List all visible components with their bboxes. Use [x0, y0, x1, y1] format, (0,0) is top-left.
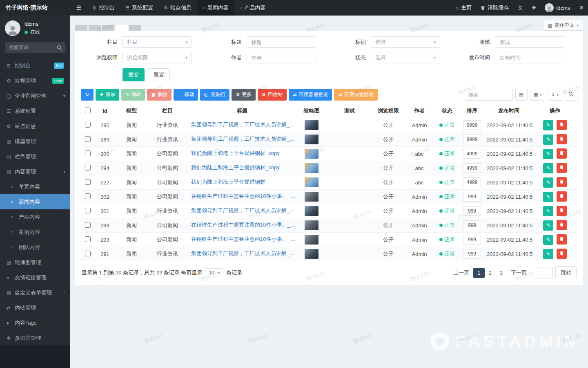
edit-row-button[interactable]: ✎ — [543, 249, 553, 259]
row-checkbox[interactable] — [85, 236, 91, 242]
title-link[interactable]: 集团领导到工厂视察，工厂技术人员讲解_copy — [189, 250, 296, 257]
pagination-page-1[interactable]: 1 — [473, 268, 484, 278]
delete-row-button[interactable] — [557, 177, 567, 187]
title-link[interactable]: 在钢铁生产过程中需要注意的10件小事。_copy — [189, 236, 296, 243]
columns-dropdown-button[interactable]: ▦▾ — [530, 89, 545, 101]
brand-title[interactable]: 竹子网络-演示站 — [0, 0, 70, 16]
row-checkbox[interactable] — [85, 208, 91, 213]
filter-input-title[interactable] — [247, 36, 316, 48]
clear-cache-link[interactable]: 清除缓存 — [476, 0, 513, 16]
sort-input[interactable] — [463, 177, 481, 187]
sort-input[interactable] — [463, 235, 481, 245]
filter-select-permission[interactable]: 浏览权限 ▾ — [122, 52, 192, 63]
row-checkbox[interactable] — [85, 122, 91, 128]
sort-input[interactable] — [463, 220, 481, 230]
refresh-button[interactable]: ↻ — [81, 89, 94, 101]
title-link[interactable]: 我们为陆上和海上平台提供钢材_copy — [189, 150, 280, 157]
topbar-tab[interactable]: ⊞ 控制台 — [87, 0, 120, 16]
category-tab[interactable] — [89, 25, 101, 31]
delete-button[interactable]: 删除 — [147, 89, 172, 101]
sidebar-menu-item[interactable]: ▢ 企业官网管理 ▾ — [0, 88, 70, 103]
copy-row-button[interactable]: 复制行 — [200, 89, 229, 101]
topbar-tab[interactable]: ○ 新闻内容 — [197, 0, 234, 16]
reset-button[interactable]: 重置 — [148, 68, 170, 81]
edit-button[interactable]: ✎ 编辑 — [121, 89, 145, 101]
sort-input[interactable] — [463, 149, 481, 159]
jump-page-input[interactable] — [536, 267, 553, 278]
sidebar-menu-item[interactable]: ▤ 内容管理 ▾ — [0, 164, 70, 179]
delete-row-button[interactable] — [557, 148, 567, 159]
title-link[interactable]: 集团领导到工厂视察，工厂技术人员讲解_copy_copy — [189, 207, 296, 214]
topbar-tab[interactable]: ○ 产品内容 — [234, 0, 271, 16]
sort-input[interactable] — [463, 249, 481, 259]
thumbnail-image[interactable] — [305, 249, 318, 259]
fullscreen-button[interactable]: ✥ — [527, 0, 540, 16]
edit-row-button[interactable]: ✎ — [543, 206, 553, 216]
home-link[interactable]: ⌂ 主页 — [451, 0, 476, 16]
sidebar-menu-item[interactable]: ○ 产品内容 — [0, 209, 70, 224]
sidebar-menu-item[interactable]: ⚙ 常规管理 new — [0, 73, 70, 88]
category-tab[interactable] — [116, 25, 128, 31]
sort-input[interactable] — [463, 120, 481, 130]
title-link[interactable]: 我们为陆上和海上平台提供钢材_copy — [189, 164, 280, 171]
edit-row-button[interactable]: ✎ — [543, 220, 553, 231]
delete-row-button[interactable] — [557, 249, 567, 259]
thumbnail-image[interactable] — [305, 177, 318, 187]
filter-select-category[interactable]: 栏目 ▾ — [122, 36, 192, 48]
title-link[interactable]: 我们为陆上和海上平台提供钢材 — [189, 178, 265, 186]
sort-input[interactable] — [463, 163, 481, 173]
more-button[interactable]: ⚙ 更多 — [232, 89, 256, 101]
sidebar-menu-item[interactable]: ○ 案例内容 — [0, 224, 70, 240]
title-link[interactable]: 在钢铁生产过程中需要注意的10件小事。_copy_copy — [189, 193, 296, 200]
move-button[interactable]: → 移动 — [174, 89, 198, 101]
filter-input-test[interactable] — [495, 36, 564, 48]
sidebar-menu-item[interactable]: ○ 单页内容 — [0, 179, 70, 194]
pagination-page-3[interactable]: 3 — [496, 268, 507, 278]
search-icon[interactable] — [57, 45, 62, 52]
pagination-page-2[interactable]: 2 — [485, 268, 496, 278]
thumbnail-image[interactable] — [305, 192, 318, 202]
sidebar-menu-item[interactable]: ⊞ 控制台 hot — [0, 58, 70, 73]
filter-select-flag[interactable]: 选择 ▾ — [371, 36, 440, 48]
edit-row-button[interactable]: ✎ — [543, 120, 553, 130]
sidebar-menu-item[interactable]: ○ 团队内容 — [0, 240, 70, 255]
filter-select-status[interactable]: 选择 ▾ — [371, 52, 440, 63]
thumbnail-image[interactable] — [305, 163, 318, 173]
delete-row-button[interactable] — [557, 191, 567, 202]
sort-input[interactable] — [463, 135, 481, 144]
thumbnail-image[interactable] — [305, 135, 318, 144]
delete-row-button[interactable] — [557, 134, 567, 144]
search-toggle-button[interactable] — [565, 89, 577, 101]
sidebar-menu-item[interactable]: « 友情链接管理 — [0, 270, 70, 285]
thumbnail-image[interactable] — [305, 206, 318, 216]
language-switch-button[interactable]: 文 — [513, 0, 527, 16]
title-link[interactable]: 集团领导到工厂视察，工厂技术人员讲解_copy — [189, 135, 296, 143]
baidu-fast-push-button[interactable]: ⇄ 百度快速推送 — [334, 89, 377, 101]
submit-button[interactable]: 提交 — [122, 68, 145, 81]
jump-button[interactable]: 跳转 — [555, 266, 577, 279]
sidebar-menu-item[interactable]: ☰ 系统配置 — [0, 103, 70, 119]
thumbnail-image[interactable] — [305, 149, 318, 159]
baidu-push-button[interactable]: ⇄ 百度普通推送 — [289, 89, 332, 101]
sidebar-menu-item[interactable]: ○ 新闻内容 — [0, 194, 70, 209]
delete-row-button[interactable] — [557, 206, 567, 216]
settings-gear-button[interactable]: ⚙ — [575, 0, 588, 16]
delete-row-button[interactable] — [557, 163, 567, 173]
pagination-prev[interactable]: 上一页 — [449, 267, 473, 278]
row-checkbox[interactable] — [85, 136, 91, 142]
thumbnail-image[interactable] — [305, 235, 318, 245]
add-button[interactable]: ✚ 添加 — [96, 89, 119, 101]
view-toggle-button[interactable]: ▤ — [515, 89, 528, 101]
export-dropdown-button[interactable]: ⇓▾ — [548, 89, 562, 101]
sidebar-search-input[interactable] — [5, 42, 65, 53]
row-checkbox[interactable] — [85, 150, 91, 156]
edit-row-button[interactable]: ✎ — [543, 149, 553, 159]
sort-input[interactable] — [463, 206, 481, 216]
sidebar-menu-item[interactable]: ⇄ 内链管理 — [0, 300, 70, 315]
sidebar-toggle-button[interactable]: ☰ — [70, 0, 87, 16]
topbar-tab[interactable]: ☰ 系统配置 — [120, 0, 158, 16]
filter-input-author[interactable] — [247, 52, 316, 63]
topbar-user-menu[interactable]: ldcms — [540, 0, 575, 16]
recycle-bin-button[interactable]: ♻ 回收站 — [258, 89, 287, 101]
row-checkbox[interactable] — [85, 222, 91, 228]
